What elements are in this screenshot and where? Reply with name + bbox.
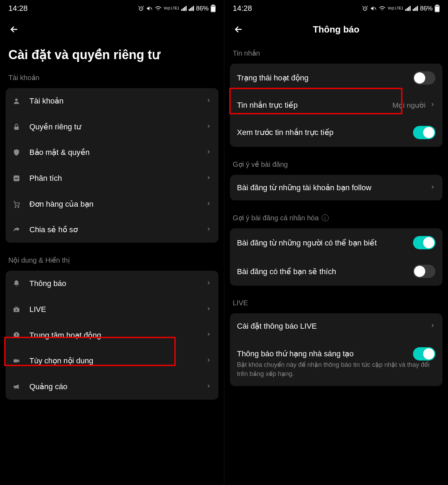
alarm-icon bbox=[362, 5, 368, 12]
row-direct-messages[interactable]: Tin nhắn trực tiếp Mọi người bbox=[230, 92, 442, 118]
live-group: Cài đặt thông báo LIVE Thông báo thứ hạn… bbox=[230, 313, 442, 386]
row-dm-preview[interactable]: Xem trước tin nhắn trực tiếp bbox=[230, 118, 442, 147]
svg-point-8 bbox=[15, 206, 16, 207]
chevron-right-icon bbox=[430, 184, 435, 191]
toggle-dm-preview[interactable] bbox=[413, 126, 435, 139]
signal-icon bbox=[181, 6, 187, 11]
page-title: Cài đặt và quyền riêng tư bbox=[0, 39, 224, 73]
header: Thông báo bbox=[224, 17, 448, 39]
share-icon bbox=[13, 226, 24, 234]
chevron-right-icon bbox=[206, 306, 211, 313]
alarm-icon bbox=[138, 5, 144, 12]
row-activity-status[interactable]: Trạng thái hoạt động bbox=[230, 64, 442, 92]
row-label: Tài khoản bbox=[29, 96, 206, 106]
signal-icon-2 bbox=[189, 6, 194, 11]
signal-icon bbox=[405, 6, 411, 11]
row-label: Bảo mật & quyền bbox=[29, 147, 206, 158]
row-label: Bài đăng từ những tài khoản bạn follow bbox=[237, 183, 430, 193]
user-icon bbox=[13, 97, 24, 105]
row-label: Thông báo bbox=[29, 278, 206, 289]
row-may-know[interactable]: Bài đăng từ những người có thể bạn biết bbox=[230, 228, 442, 257]
row-label: Xem trước tin nhắn trực tiếp bbox=[237, 127, 413, 138]
row-label: Trung tâm hoạt động bbox=[29, 330, 206, 341]
content-group: Thông báo LIVE Trung tâm hoạt động bbox=[6, 271, 218, 399]
row-label: Tin nhắn trực tiếp bbox=[237, 100, 392, 110]
chevron-right-icon bbox=[206, 123, 211, 130]
row-security[interactable]: Bảo mật & quyền bbox=[6, 140, 218, 165]
header bbox=[0, 17, 224, 39]
svg-line-1 bbox=[150, 7, 152, 10]
mute-icon bbox=[370, 5, 377, 12]
row-live[interactable]: LIVE bbox=[6, 297, 218, 322]
svg-point-5 bbox=[15, 99, 18, 101]
header-title: Thông báo bbox=[313, 24, 359, 35]
bell-icon bbox=[13, 280, 24, 287]
lte-label: Vo)) LTE1 bbox=[388, 7, 403, 10]
row-label: Thông báo thứ hạng nhà sáng tạo bbox=[237, 349, 413, 359]
chevron-right-icon bbox=[206, 149, 211, 156]
svg-rect-3 bbox=[212, 5, 214, 6]
row-content-pref[interactable]: Tùy chọn nội dung bbox=[6, 348, 218, 374]
chevron-right-icon bbox=[206, 201, 211, 208]
status-bar: 14:28 Vo)) LTE1 86% bbox=[224, 0, 448, 17]
chart-icon bbox=[13, 174, 24, 182]
status-time: 14:28 bbox=[233, 4, 252, 13]
row-analytics[interactable]: Phân tích bbox=[6, 165, 218, 191]
row-live-settings[interactable]: Cài đặt thông báo LIVE bbox=[230, 313, 442, 339]
toggle-creator-rank[interactable] bbox=[413, 347, 435, 361]
personal-group: Bài đăng từ những người có thể bạn biết … bbox=[230, 228, 442, 286]
cart-icon bbox=[13, 200, 24, 208]
row-label: Bài đăng có thể bạn sẽ thích bbox=[237, 266, 413, 277]
row-creator-rank[interactable]: Thông báo thứ hạng nhà sáng tạo bbox=[230, 339, 442, 364]
shield-icon bbox=[13, 149, 24, 156]
chevron-right-icon bbox=[206, 175, 211, 182]
chevron-right-icon bbox=[206, 226, 211, 233]
chevron-right-icon bbox=[430, 102, 435, 109]
chevron-right-icon bbox=[206, 383, 211, 390]
row-ads[interactable]: Quảng cáo bbox=[6, 374, 218, 400]
post-suggest-group: Bài đăng từ những tài khoản bạn follow bbox=[230, 175, 442, 201]
svg-rect-12 bbox=[14, 359, 18, 362]
section-live-label: LIVE bbox=[224, 289, 448, 313]
section-content-label: Nội dung & Hiển thị bbox=[0, 246, 224, 271]
row-may-like[interactable]: Bài đăng có thể bạn sẽ thích bbox=[230, 257, 442, 286]
svg-rect-6 bbox=[14, 127, 19, 130]
row-orders[interactable]: Đơn hàng của bạn bbox=[6, 191, 218, 217]
row-label: Trạng thái hoạt động bbox=[237, 73, 413, 83]
row-label: Tùy chọn nội dung bbox=[29, 356, 206, 366]
chevron-right-icon bbox=[206, 331, 211, 338]
toggle-activity[interactable] bbox=[413, 71, 435, 85]
row-label: Quảng cáo bbox=[29, 381, 206, 392]
account-group: Tài khoản Quyền riêng tư Bảo mật & quyền bbox=[6, 88, 218, 243]
row-account[interactable]: Tài khoản bbox=[6, 88, 218, 114]
row-share-profile[interactable]: Chia sẻ hồ sơ bbox=[6, 217, 218, 243]
row-label: Cài đặt thông báo LIVE bbox=[237, 321, 430, 331]
signal-icon-2 bbox=[413, 6, 418, 11]
toggle-may-know[interactable] bbox=[413, 236, 435, 249]
row-label: Phân tích bbox=[29, 173, 206, 184]
row-label: LIVE bbox=[29, 304, 206, 315]
toggle-may-like[interactable] bbox=[413, 265, 435, 278]
row-follow-posts[interactable]: Bài đăng từ những tài khoản bạn follow bbox=[230, 175, 442, 201]
section-personal-label: Gợi ý bài đăng cá nhân hóa i bbox=[224, 204, 448, 228]
row-label: Đơn hàng của bạn bbox=[29, 199, 206, 209]
row-label: Chia sẻ hồ sơ bbox=[29, 224, 206, 235]
back-button[interactable] bbox=[8, 24, 20, 35]
info-icon[interactable]: i bbox=[322, 214, 329, 221]
battery-icon bbox=[211, 5, 216, 12]
lte-label: Vo)) LTE1 bbox=[164, 7, 179, 10]
status-time: 14:28 bbox=[8, 4, 28, 13]
row-label: Bài đăng từ những người có thể bạn biết bbox=[237, 238, 413, 248]
row-privacy[interactable]: Quyền riêng tư bbox=[6, 114, 218, 140]
section-personal-text: Gợi ý bài đăng cá nhân hóa bbox=[233, 214, 319, 222]
row-activity-center[interactable]: Trung tâm hoạt động bbox=[6, 322, 218, 348]
svg-rect-16 bbox=[436, 5, 438, 6]
row-value: Mọi người bbox=[392, 101, 426, 109]
video-icon bbox=[13, 357, 24, 365]
battery-level: 86% bbox=[196, 5, 209, 12]
back-button[interactable] bbox=[233, 24, 244, 35]
clock-icon bbox=[13, 331, 24, 339]
row-notifications[interactable]: Thông báo bbox=[6, 271, 218, 297]
section-account-label: Tài khoản bbox=[0, 73, 224, 88]
chevron-right-icon bbox=[430, 323, 435, 330]
